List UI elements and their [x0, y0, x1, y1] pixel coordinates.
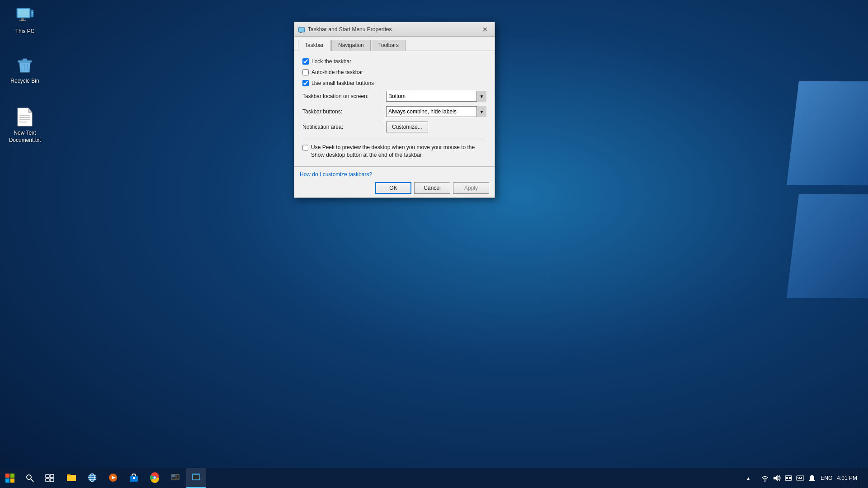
volume-icon[interactable]	[773, 474, 781, 482]
taskbar-properties-dialog[interactable]: Taskbar and Start Menu Properties ✕ Task…	[294, 22, 495, 198]
help-link[interactable]: How do I customize taskbars?	[300, 170, 489, 178]
dialog-titlebar[interactable]: Taskbar and Start Menu Properties ✕	[294, 22, 495, 37]
svg-rect-1	[18, 9, 29, 17]
system-clock[interactable]: 4:01 PM	[837, 475, 857, 481]
svg-rect-21	[300, 32, 302, 33]
svg-rect-59	[797, 477, 798, 478]
small-buttons-label[interactable]: Use small taskbar buttons	[311, 80, 374, 86]
taskbar-system-tray: ▲	[734, 468, 868, 488]
taskbar-buttons-select[interactable]: Always combine, hide labels Combine when…	[386, 106, 486, 117]
time-display: 4:01 PM	[837, 475, 857, 481]
taskbar-settings[interactable]	[165, 468, 185, 488]
customize-button[interactable]: Customize...	[386, 122, 428, 132]
desktop: This PC Recycle Bin	[0, 0, 868, 488]
dialog-buttons: OK Cancel Apply	[300, 182, 489, 194]
this-pc-label: This PC	[15, 28, 35, 35]
svg-point-45	[154, 477, 156, 479]
show-hidden-icons-button[interactable]: ▲	[738, 468, 758, 488]
svg-rect-24	[5, 479, 9, 483]
svg-rect-20	[299, 28, 304, 32]
task-view-button[interactable]	[40, 468, 60, 488]
taskbar-media[interactable]	[103, 468, 123, 488]
start-button[interactable]	[0, 468, 20, 488]
svg-rect-51	[193, 475, 199, 479]
svg-rect-61	[801, 477, 802, 478]
new-text-icon	[14, 106, 36, 128]
taskbar-active-item[interactable]	[186, 468, 206, 488]
svg-rect-56	[786, 477, 788, 479]
svg-rect-49	[175, 475, 177, 479]
desktop-icon-recycle-bin[interactable]: Recycle Bin	[7, 54, 43, 85]
dialog-tabs: Taskbar Navigation Toolbars	[294, 37, 495, 51]
lock-taskbar-label[interactable]: Lock the taskbar	[311, 58, 351, 65]
svg-rect-22	[5, 474, 9, 478]
svg-marker-14	[28, 108, 32, 113]
keyboard-icon[interactable]	[796, 474, 804, 482]
ok-button[interactable]: OK	[375, 182, 411, 194]
peek-checkbox[interactable]	[302, 145, 308, 151]
svg-rect-25	[10, 479, 14, 483]
taskbar-buttons-label: Taskbar buttons:	[302, 108, 386, 115]
notification-area-row: Notification area: Customize...	[302, 122, 486, 132]
svg-rect-9	[23, 59, 27, 61]
new-text-label-line1: New Text	[14, 130, 36, 137]
svg-rect-62	[798, 479, 802, 479]
svg-rect-42	[133, 477, 135, 479]
svg-rect-57	[789, 477, 791, 479]
taskbar: ▲	[0, 468, 868, 488]
taskbar-buttons-select-wrapper: Always combine, hide labels Combine when…	[386, 106, 486, 117]
svg-rect-3	[19, 20, 26, 21]
wifi-icon[interactable]	[761, 474, 769, 482]
dialog-close-button[interactable]: ✕	[479, 24, 491, 34]
this-pc-icon	[14, 5, 36, 26]
system-icons	[761, 474, 816, 482]
taskbar-ie[interactable]	[82, 468, 102, 488]
svg-rect-29	[50, 474, 54, 478]
tab-taskbar[interactable]: Taskbar	[298, 40, 330, 51]
svg-line-27	[31, 479, 33, 482]
lock-taskbar-checkbox[interactable]	[302, 58, 309, 65]
dialog-title-text: Taskbar and Start Menu Properties	[308, 26, 479, 33]
svg-rect-2	[21, 18, 24, 20]
svg-rect-8	[18, 61, 32, 62]
dialog-body: Lock the taskbar Auto-hide the taskbar U…	[294, 51, 495, 166]
peek-row: Use Peek to preview the desktop when you…	[302, 144, 486, 159]
dialog-title-icon	[298, 26, 305, 33]
svg-rect-48	[172, 475, 175, 477]
taskbar-chrome[interactable]	[145, 468, 165, 488]
auto-hide-checkbox[interactable]	[302, 69, 309, 75]
taskbar-file-explorer[interactable]	[61, 468, 81, 488]
tab-toolbars[interactable]: Toolbars	[372, 40, 406, 51]
svg-rect-60	[799, 477, 800, 478]
notification-area-label: Notification area:	[302, 124, 386, 130]
svg-rect-31	[50, 479, 54, 482]
svg-point-53	[764, 481, 765, 482]
search-button[interactable]	[20, 468, 40, 488]
peek-label[interactable]: Use Peek to preview the desktop when you…	[311, 144, 486, 159]
small-buttons-checkbox[interactable]	[302, 80, 309, 86]
show-desktop-button[interactable]	[860, 468, 863, 488]
action-center-icon[interactable]	[784, 474, 793, 482]
auto-hide-row: Auto-hide the taskbar	[302, 69, 486, 75]
taskbar-buttons-row: Taskbar buttons: Always combine, hide la…	[302, 106, 486, 117]
small-buttons-row: Use small taskbar buttons	[302, 80, 486, 86]
taskbar-store[interactable]	[124, 468, 144, 488]
dialog-overlay: Taskbar and Start Menu Properties ✕ Task…	[0, 0, 868, 488]
svg-rect-6	[32, 14, 33, 14]
svg-rect-23	[10, 474, 14, 478]
language-indicator[interactable]: ENG	[819, 475, 834, 481]
cancel-button[interactable]: Cancel	[414, 182, 450, 194]
desktop-icon-new-text[interactable]: New Text Document.txt	[7, 106, 43, 144]
svg-rect-52	[192, 474, 200, 475]
notification-icon[interactable]	[808, 474, 816, 482]
desktop-icon-this-pc[interactable]: This PC	[7, 5, 43, 35]
svg-rect-30	[46, 479, 49, 482]
auto-hide-label[interactable]: Auto-hide the taskbar	[311, 69, 363, 75]
svg-point-26	[27, 475, 31, 479]
svg-rect-5	[32, 12, 33, 13]
taskbar-location-select[interactable]: Bottom Top Left Right	[386, 91, 486, 102]
dialog-footer: How do I customize taskbars? OK Cancel A…	[294, 166, 495, 197]
windows-logo-decor	[769, 81, 868, 307]
tab-navigation[interactable]: Navigation	[331, 40, 371, 51]
apply-button[interactable]: Apply	[453, 182, 489, 194]
